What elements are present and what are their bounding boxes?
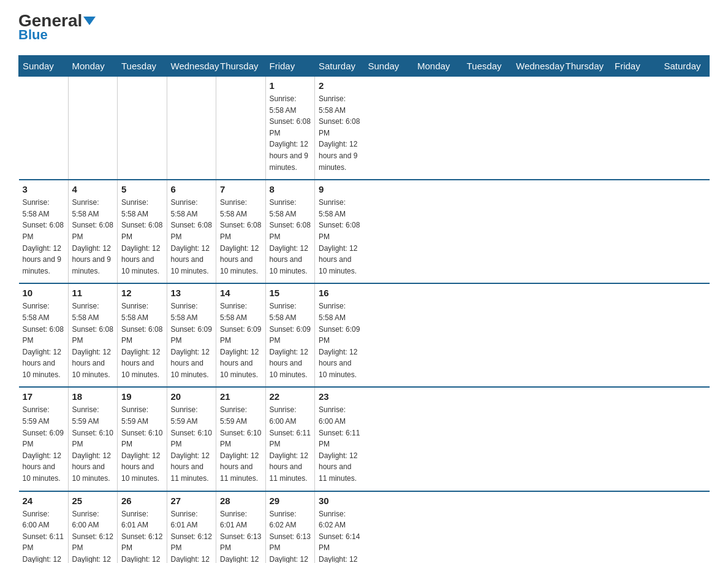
day-number: 13 [171,288,213,298]
header-sunday: Sunday [19,56,69,77]
week-row-4: 17Sunrise: 5:59 AMSunset: 6:09 PMDayligh… [19,387,710,491]
week-row-2: 3Sunrise: 5:58 AMSunset: 6:08 PMDaylight… [19,180,710,283]
sun-info: Sunrise: 5:58 AMSunset: 6:08 PMDaylight:… [121,197,163,277]
calendar-cell [19,77,69,180]
day-number: 12 [121,288,163,298]
calendar-cell: 3Sunrise: 5:58 AMSunset: 6:08 PMDaylight… [19,180,69,283]
calendar-cell: 2Sunrise: 5:58 AMSunset: 6:08 PMDaylight… [315,77,365,180]
calendar-cell [118,77,167,180]
sun-info: Sunrise: 5:58 AMSunset: 6:08 PMDaylight:… [23,197,64,277]
sun-info: Sunrise: 6:00 AMSunset: 6:11 PMDaylight:… [319,404,360,484]
calendar-cell: 29Sunrise: 6:02 AMSunset: 6:13 PMDayligh… [265,491,315,563]
header-tuesday: Tuesday [118,56,167,77]
week-row-1: 1Sunrise: 5:58 AMSunset: 6:08 PMDaylight… [19,77,710,180]
sun-info: Sunrise: 5:58 AMSunset: 6:08 PMDaylight:… [121,301,163,380]
header-monday: Monday [68,56,118,77]
day-number: 30 [319,496,360,506]
calendar-cell: 12Sunrise: 5:58 AMSunset: 6:08 PMDayligh… [118,283,167,387]
sun-info: Sunrise: 5:58 AMSunset: 6:08 PMDaylight:… [72,301,114,380]
sun-info: Sunrise: 5:58 AMSunset: 6:08 PMDaylight:… [171,197,213,277]
day-number: 9 [319,184,360,194]
logo-blue: Blue [18,27,48,43]
sun-info: Sunrise: 6:00 AMSunset: 6:11 PMDaylight:… [23,508,64,563]
sun-info: Sunrise: 5:59 AMSunset: 6:10 PMDaylight:… [220,404,262,484]
day-number: 25 [72,496,114,506]
calendar-cell: 9Sunrise: 5:58 AMSunset: 6:08 PMDaylight… [315,180,365,283]
day-number: 17 [23,391,64,402]
logo: General Blue [18,12,96,43]
weekday-header-thursday: Thursday [561,56,611,77]
header-thursday: Thursday [216,56,266,77]
sun-info: Sunrise: 6:00 AMSunset: 6:12 PMDaylight:… [72,508,114,563]
day-number: 1 [270,80,311,91]
sun-info: Sunrise: 6:02 AMSunset: 6:14 PMDaylight:… [319,508,360,563]
calendar-cell: 18Sunrise: 5:59 AMSunset: 6:10 PMDayligh… [68,387,118,491]
header-wednesday: Wednesday [167,56,216,77]
calendar-cell [216,77,266,180]
calendar-cell: 7Sunrise: 5:58 AMSunset: 6:08 PMDaylight… [216,180,266,283]
weekday-header-saturday: Saturday [660,56,710,77]
calendar-cell: 6Sunrise: 5:58 AMSunset: 6:08 PMDaylight… [167,180,216,283]
sun-info: Sunrise: 5:58 AMSunset: 6:08 PMDaylight:… [270,93,311,173]
day-number: 21 [220,391,262,402]
day-number: 2 [319,80,360,91]
sun-info: Sunrise: 5:58 AMSunset: 6:09 PMDaylight:… [171,301,213,380]
calendar-cell: 30Sunrise: 6:02 AMSunset: 6:14 PMDayligh… [315,491,365,563]
day-number: 23 [319,391,360,402]
calendar-cell: 8Sunrise: 5:58 AMSunset: 6:08 PMDaylight… [265,180,315,283]
day-number: 22 [270,391,311,402]
sun-info: Sunrise: 5:59 AMSunset: 6:10 PMDaylight:… [171,404,213,484]
sun-info: Sunrise: 6:01 AMSunset: 6:12 PMDaylight:… [121,508,163,563]
calendar-cell: 24Sunrise: 6:00 AMSunset: 6:11 PMDayligh… [19,491,69,563]
calendar-cell: 10Sunrise: 5:58 AMSunset: 6:08 PMDayligh… [19,283,69,387]
calendar-cell: 11Sunrise: 5:58 AMSunset: 6:08 PMDayligh… [68,283,118,387]
day-number: 7 [220,184,262,194]
header-friday: Friday [265,56,315,77]
calendar-cell: 16Sunrise: 5:58 AMSunset: 6:09 PMDayligh… [315,283,365,387]
day-number: 6 [171,184,213,194]
day-number: 4 [72,184,114,194]
day-number: 24 [23,496,64,506]
day-number: 16 [319,288,360,298]
sun-info: Sunrise: 6:01 AMSunset: 6:12 PMDaylight:… [171,508,213,563]
weekday-header-friday: Friday [611,56,661,77]
calendar-table: SundayMondayTuesdayWednesdayThursdayFrid… [18,55,710,563]
calendar-cell [68,77,118,180]
day-number: 15 [270,288,311,298]
calendar-cell: 5Sunrise: 5:58 AMSunset: 6:08 PMDaylight… [118,180,167,283]
sun-info: Sunrise: 6:01 AMSunset: 6:13 PMDaylight:… [220,508,262,563]
day-number: 26 [121,496,163,506]
sun-info: Sunrise: 5:59 AMSunset: 6:10 PMDaylight:… [121,404,163,484]
sun-info: Sunrise: 6:02 AMSunset: 6:13 PMDaylight:… [270,508,311,563]
sun-info: Sunrise: 5:58 AMSunset: 6:08 PMDaylight:… [72,197,114,277]
calendar-cell: 20Sunrise: 5:59 AMSunset: 6:10 PMDayligh… [167,387,216,491]
day-number: 18 [72,391,114,402]
weekday-header-monday: Monday [414,56,463,77]
calendar-header-row: SundayMondayTuesdayWednesdayThursdayFrid… [19,56,710,77]
calendar-cell: 4Sunrise: 5:58 AMSunset: 6:08 PMDaylight… [68,180,118,283]
sun-info: Sunrise: 5:58 AMSunset: 6:09 PMDaylight:… [220,301,262,380]
week-row-5: 24Sunrise: 6:00 AMSunset: 6:11 PMDayligh… [19,491,710,563]
calendar-cell: 27Sunrise: 6:01 AMSunset: 6:12 PMDayligh… [167,491,216,563]
calendar-cell: 19Sunrise: 5:59 AMSunset: 6:10 PMDayligh… [118,387,167,491]
weekday-header-wednesday: Wednesday [512,56,562,77]
calendar-cell: 22Sunrise: 6:00 AMSunset: 6:11 PMDayligh… [265,387,315,491]
sun-info: Sunrise: 5:58 AMSunset: 6:08 PMDaylight:… [270,197,311,277]
sun-info: Sunrise: 5:58 AMSunset: 6:08 PMDaylight:… [23,301,64,380]
day-number: 8 [270,184,311,194]
calendar-cell: 17Sunrise: 5:59 AMSunset: 6:09 PMDayligh… [19,387,69,491]
sun-info: Sunrise: 5:58 AMSunset: 6:08 PMDaylight:… [319,197,360,277]
header-saturday: Saturday [315,56,365,77]
day-number: 29 [270,496,311,506]
logo-triangle-icon [83,17,96,25]
day-number: 3 [23,184,64,194]
calendar-cell: 1Sunrise: 5:58 AMSunset: 6:08 PMDaylight… [265,77,315,180]
calendar-cell: 28Sunrise: 6:01 AMSunset: 6:13 PMDayligh… [216,491,266,563]
calendar-cell: 26Sunrise: 6:01 AMSunset: 6:12 PMDayligh… [118,491,167,563]
day-number: 27 [171,496,213,506]
calendar-cell: 21Sunrise: 5:59 AMSunset: 6:10 PMDayligh… [216,387,266,491]
calendar-cell: 25Sunrise: 6:00 AMSunset: 6:12 PMDayligh… [68,491,118,563]
day-number: 10 [23,288,64,298]
sun-info: Sunrise: 6:00 AMSunset: 6:11 PMDaylight:… [270,404,311,484]
calendar-cell [167,77,216,180]
